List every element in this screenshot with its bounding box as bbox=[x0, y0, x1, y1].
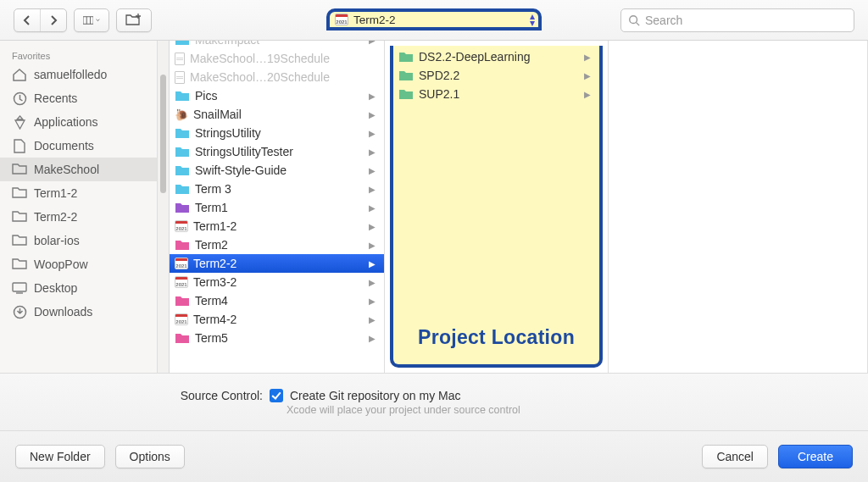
calendar-icon: 2021 bbox=[175, 258, 188, 269]
sidebar-item-label: Downloads bbox=[34, 305, 92, 319]
file-label: MakeSchool…19Schedule bbox=[190, 52, 330, 65]
file-row[interactable]: 🐌SnailMail▶ bbox=[170, 105, 384, 124]
file-row[interactable]: 2021Term3-2▶ bbox=[170, 273, 384, 291]
sidebar-item-label: bolar-ios bbox=[34, 234, 80, 247]
button-bar: New Folder Options Cancel Create bbox=[0, 430, 868, 482]
chevron-right-icon: ▶ bbox=[369, 334, 376, 343]
folder-icon bbox=[175, 91, 190, 102]
chevron-right-icon: ▶ bbox=[369, 259, 376, 269]
back-button[interactable] bbox=[14, 9, 40, 31]
clock-icon bbox=[12, 91, 27, 106]
sidebar-item-wooppow[interactable]: WoopPow bbox=[0, 252, 157, 276]
group-segment bbox=[116, 8, 152, 32]
nav-back-forward bbox=[14, 8, 67, 32]
file-row[interactable]: Pics▶ bbox=[170, 86, 384, 105]
document-icon bbox=[175, 53, 185, 65]
file-row[interactable]: StringsUtilityTester▶ bbox=[170, 142, 384, 161]
sidebar-section-header: Favorites bbox=[0, 47, 157, 63]
file-row[interactable]: 2021Term1-2▶ bbox=[170, 217, 384, 235]
file-row[interactable]: Term 3▶ bbox=[170, 180, 384, 198]
column-2: DS2.2-DeepLearning▶SPD2.2▶SUP2.1▶ Projec… bbox=[385, 41, 609, 373]
document-icon bbox=[175, 71, 185, 84]
file-label: Term5 bbox=[195, 331, 228, 345]
create-button[interactable]: Create bbox=[778, 445, 853, 468]
chevron-right-icon: ▶ bbox=[369, 166, 376, 175]
sidebar-item-term1-2[interactable]: Term1-2 bbox=[0, 181, 157, 205]
file-row[interactable]: Term2▶ bbox=[170, 235, 384, 254]
file-row[interactable]: MakeSchool…20Schedule bbox=[170, 68, 384, 86]
file-row[interactable]: DS2.2-DeepLearning▶ bbox=[393, 47, 599, 66]
sidebar-item-downloads[interactable]: Downloads bbox=[0, 300, 157, 324]
source-control-subtext: Xcode will place your project under sour… bbox=[287, 404, 868, 416]
annotation-label: Project Location bbox=[393, 326, 599, 349]
git-checkbox[interactable] bbox=[270, 389, 283, 402]
folder-icon bbox=[12, 258, 27, 270]
sidebar-item-bolar-ios[interactable]: bolar-ios bbox=[0, 229, 157, 252]
columns-view-button[interactable] bbox=[75, 9, 108, 31]
sidebar-item-label: MakeSchool bbox=[34, 163, 99, 176]
chevron-right-icon: ▶ bbox=[369, 241, 376, 250]
file-label: Term4 bbox=[195, 294, 228, 307]
sidebar-item-samuelfolledo[interactable]: samuelfolledo bbox=[0, 63, 157, 86]
svg-rect-8 bbox=[13, 283, 26, 291]
folder-icon bbox=[175, 333, 190, 344]
folder-icon bbox=[175, 147, 190, 158]
file-label: StringsUtilityTester bbox=[195, 145, 293, 158]
scrollbar[interactable] bbox=[158, 41, 170, 373]
folder-icon bbox=[12, 211, 27, 223]
cancel-button[interactable]: Cancel bbox=[702, 445, 768, 468]
file-row[interactable]: 2021Term4-2▶ bbox=[170, 310, 384, 329]
sidebar-item-documents[interactable]: Documents bbox=[0, 134, 157, 158]
chevron-right-icon: ▶ bbox=[369, 91, 376, 101]
chevron-right-icon bbox=[49, 15, 58, 25]
file-row[interactable]: SUP2.1▶ bbox=[393, 85, 599, 103]
toolbar: 2021 Term2-2 ▴▾ bbox=[0, 0, 868, 41]
chevron-right-icon: ▶ bbox=[369, 110, 376, 119]
file-row[interactable]: StringsUtility▶ bbox=[170, 124, 384, 142]
home-icon bbox=[12, 68, 27, 81]
sidebar-item-term2-2[interactable]: Term2-2 bbox=[0, 205, 157, 229]
file-row[interactable]: Term1▶ bbox=[170, 198, 384, 217]
folder-icon bbox=[175, 296, 190, 307]
svg-point-5 bbox=[630, 15, 637, 23]
file-row[interactable]: MakeSchool…19Schedule bbox=[170, 49, 384, 68]
sidebar-item-applications[interactable]: Applications bbox=[0, 110, 157, 134]
sidebar-item-recents[interactable]: Recents bbox=[0, 86, 157, 110]
new-folder-button[interactable]: New Folder bbox=[15, 445, 105, 468]
folder-icon bbox=[175, 128, 190, 139]
chevron-right-icon: ▶ bbox=[584, 71, 591, 80]
folder-icon bbox=[175, 165, 190, 176]
folder-icon bbox=[175, 202, 190, 213]
source-control-bar: Source Control: Create Git repository on… bbox=[0, 373, 868, 430]
file-row[interactable]: Swift-Style-Guide▶ bbox=[170, 161, 384, 180]
sidebar-item-desktop[interactable]: Desktop bbox=[0, 276, 157, 300]
file-label: MakeImpact bbox=[195, 41, 259, 47]
sidebar: Favorites samuelfolledoRecentsApplicatio… bbox=[0, 41, 158, 373]
sidebar-item-label: Documents bbox=[34, 139, 94, 152]
options-button[interactable]: Options bbox=[115, 445, 185, 468]
file-row[interactable]: Term4▶ bbox=[170, 291, 384, 310]
calendar-icon: 2021 bbox=[175, 313, 188, 325]
file-label: SPD2.2 bbox=[419, 69, 459, 82]
file-row[interactable]: Term5▶ bbox=[170, 329, 384, 347]
search-field-wrap[interactable] bbox=[620, 8, 854, 32]
path-popup[interactable]: 2021 Term2-2 ▴▾ bbox=[326, 8, 542, 30]
file-row[interactable]: SPD2.2▶ bbox=[393, 66, 599, 85]
calendar-icon: 2021 bbox=[335, 14, 348, 25]
scroll-thumb[interactable] bbox=[160, 75, 166, 193]
sidebar-item-makeschool[interactable]: MakeSchool bbox=[0, 158, 157, 181]
file-label: Term4-2 bbox=[193, 313, 236, 326]
source-control-label: Source Control: bbox=[153, 389, 263, 402]
search-icon bbox=[628, 14, 640, 26]
chevron-right-icon: ▶ bbox=[369, 315, 376, 324]
calendar-icon: 2021 bbox=[175, 276, 188, 288]
folder-icon bbox=[175, 240, 190, 251]
file-label: SnailMail bbox=[193, 108, 242, 121]
file-row[interactable]: MakeImpact▶ bbox=[170, 41, 384, 49]
forward-button[interactable] bbox=[40, 9, 66, 31]
file-row[interactable]: 2021Term2-2▶ bbox=[170, 254, 384, 273]
search-input[interactable] bbox=[645, 14, 847, 27]
chevron-right-icon: ▶ bbox=[369, 203, 376, 213]
group-button[interactable] bbox=[117, 9, 151, 31]
git-checkbox-label: Create Git repository on my Mac bbox=[290, 389, 461, 402]
